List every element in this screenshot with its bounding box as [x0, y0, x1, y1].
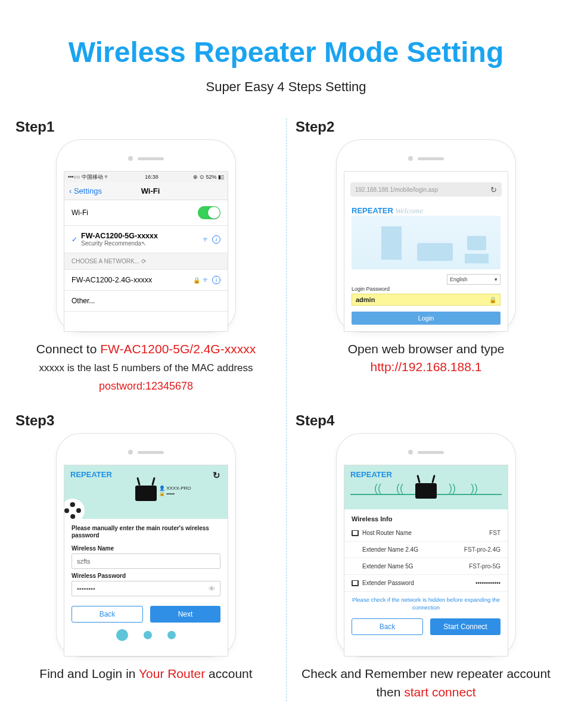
camera-icon — [128, 156, 133, 161]
wifi-toggle[interactable] — [198, 206, 220, 219]
chevron-down-icon: ▾ — [495, 276, 498, 282]
wifi-icon: ᯤ — [203, 235, 210, 244]
wireless-info-heading: Wireless Info — [344, 509, 508, 525]
language-select[interactable]: English▾ — [447, 274, 500, 285]
next-button[interactable]: Next — [150, 606, 220, 623]
network-name: FW-AC1200-2.4G-xxxxx — [72, 276, 152, 284]
router-icon — [415, 483, 437, 499]
wireless-name-label: Wireless Name — [72, 545, 220, 552]
other-label: Other... — [72, 297, 95, 305]
warning-text: Please check if the network is hidden be… — [344, 592, 508, 616]
camera-icon — [408, 450, 413, 455]
repeater-header: REPEATER ↻ 👤 XXXX-PRO 🔒 ••••• — [64, 465, 228, 519]
step3-caption: Find and Login in Your Router account — [12, 665, 280, 683]
wifi-nav-bar: ‹ Settings Wi-Fi — [64, 182, 228, 200]
back-button[interactable]: Back — [72, 606, 143, 623]
spinner-icon: ⟳ — [141, 258, 146, 265]
speaker-icon — [138, 157, 164, 160]
wireless-password-label: Wireless Password — [72, 573, 220, 579]
login-button[interactable]: Login — [352, 312, 500, 325]
back-button[interactable]: Back — [352, 618, 423, 635]
instruction-note: Please manually enter the main router's … — [64, 519, 228, 542]
url-text: 192.168.188.1/mobile/login.asp — [355, 186, 438, 193]
connected-network-name: FW-AC1200-5G-xxxxx — [81, 232, 158, 240]
wifi-toggle-row: Wi-Fi — [64, 200, 228, 226]
welcome-illustration — [352, 216, 500, 269]
connected-network-sub: Security Recommenda↖ — [81, 240, 158, 247]
step2-label: Step2 — [296, 119, 560, 135]
phone-mock-step4: REPEATER (( (( )) )) Wireless Info Host … — [337, 434, 515, 657]
info-icon[interactable]: i — [212, 276, 220, 284]
phone-mock-step2: 192.168.188.1/mobile/login.asp ↻ REPEATE… — [337, 140, 515, 332]
carrier-text: •••○○ 中国移动 ᯤ — [68, 173, 110, 181]
wifi-label: Wi-Fi — [72, 209, 88, 217]
speaker-icon — [418, 451, 444, 454]
step1-cell: Step1 •••○○ 中国移动 ᯤ 16:38 ⊕ ⊙ 52% ▮▯ ‹ Se… — [12, 119, 280, 394]
speaker-icon — [138, 451, 164, 454]
check-icon: ✓ — [72, 235, 77, 244]
start-connect-button[interactable]: Start Connect — [430, 618, 500, 635]
vertical-divider — [286, 119, 287, 701]
page-subtitle: Super Easy 4 Steps Setting — [12, 79, 560, 95]
table-row: Extender Password •••••••••••• — [344, 575, 508, 592]
signal-right-icon: )) )) — [449, 482, 478, 494]
lock-icon: 🔒 — [193, 277, 200, 284]
signal-left-icon: (( (( — [374, 482, 403, 494]
step2-cell: Step2 192.168.188.1/mobile/login.asp ↻ R… — [292, 119, 560, 394]
connected-network-row[interactable]: ✓ FW-AC1200-5G-xxxxx Security Recommenda… — [64, 226, 228, 253]
step4-caption: Check and Remember new repeater account … — [292, 665, 560, 701]
table-row: Extender Name 5G FST-pro-5G — [344, 558, 508, 575]
step4-label: Step4 — [296, 412, 560, 429]
step2-caption: Open web browser and type http://192.168… — [292, 340, 560, 377]
wireless-name-input[interactable]: szfts — [72, 553, 220, 569]
choose-network-header: CHOOSE A NETWORK... ⟳ — [64, 253, 228, 270]
eye-icon[interactable]: 👁 — [209, 585, 215, 592]
wireless-password-input[interactable]: ••••••••👁 — [72, 581, 220, 596]
router-small-icon — [352, 530, 359, 536]
repeater-header: REPEATER (( (( )) )) — [344, 465, 508, 509]
network-row[interactable]: FW-AC1200-2.4G-xxxxx 🔒ᯤi — [64, 270, 228, 291]
other-network-row[interactable]: Other... — [64, 291, 228, 312]
wifi-icon: ᯤ — [203, 276, 210, 284]
info-icon[interactable]: i — [212, 235, 220, 244]
nav-title: Wi-Fi — [78, 186, 223, 195]
phone-mock-step3: REPEATER ↻ 👤 XXXX-PRO 🔒 ••••• Please man… — [57, 434, 235, 657]
page-title: Wireless Repeater Mode Setting — [12, 36, 560, 69]
camera-icon — [408, 156, 413, 161]
step3-cell: Step3 REPEATER ↻ 👤 XXXX-PRO 🔒 ••••• Plea… — [12, 412, 280, 701]
status-time: 16:38 — [145, 174, 158, 180]
camera-icon — [128, 450, 133, 455]
router-info: 👤 XXXX-PRO 🔒 ••••• — [159, 486, 191, 496]
login-password-input[interactable]: admin🔒 — [352, 294, 500, 306]
url-bar[interactable]: 192.168.188.1/mobile/login.asp ↻ — [350, 182, 502, 197]
step1-caption: Connect to FW-AC1200-5G/2.4G-xxxxx xxxxx… — [12, 340, 280, 394]
extender-small-icon — [352, 580, 359, 586]
phone-mock-step1: •••○○ 中国移动 ᯤ 16:38 ⊕ ⊙ 52% ▮▯ ‹ Settings… — [57, 140, 235, 332]
status-bar: •••○○ 中国移动 ᯤ 16:38 ⊕ ⊙ 52% ▮▯ — [64, 172, 228, 182]
step3-label: Step3 — [15, 412, 280, 429]
speaker-icon — [418, 157, 444, 160]
repeater-heading: REPEATER Welcome — [344, 203, 508, 216]
router-icon — [135, 486, 157, 501]
lock-icon: 🔒 — [489, 297, 496, 303]
step1-label: Step1 — [15, 119, 280, 135]
login-password-label: Login Password — [352, 286, 500, 292]
reload-icon[interactable]: ↻ — [490, 185, 497, 194]
table-row: Host Router Name FST — [344, 525, 508, 542]
status-right: ⊕ ⊙ 52% ▮▯ — [193, 174, 224, 180]
progress-dots — [64, 631, 228, 641]
refresh-icon[interactable]: ↻ — [213, 470, 220, 481]
table-row: Extender Name 2.4G FST-pro-2.4G — [344, 542, 508, 558]
step4-cell: Step4 REPEATER (( (( )) )) Wireless Info… — [292, 412, 560, 701]
